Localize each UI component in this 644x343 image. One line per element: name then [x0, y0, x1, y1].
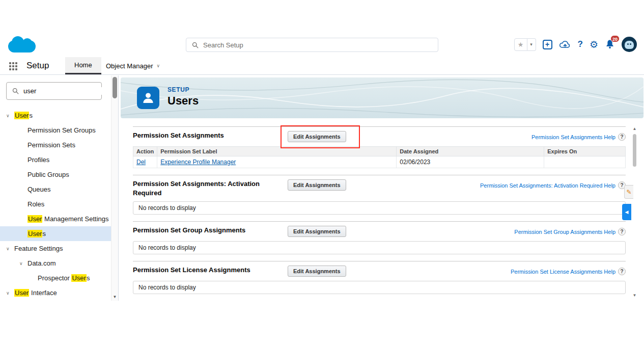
column-header: Permission Set Label [157, 147, 397, 156]
app-name: Setup [26, 61, 49, 71]
scroll-down-icon[interactable]: ▼ [631, 293, 638, 298]
scroll-up-icon[interactable]: ▲ [631, 126, 638, 131]
scroll-down-icon[interactable]: ▼ [111, 295, 118, 299]
main-scrollbar[interactable]: ▲ ▼ [631, 126, 638, 298]
user-avatar[interactable] [622, 37, 637, 52]
sidebar-item-profiles[interactable]: ∨Profiles [0, 152, 111, 167]
sidebar-item-label: Public Groups [27, 171, 69, 178]
edit-pencil-icon[interactable]: ✎ [624, 185, 633, 199]
table-cell: Del [133, 156, 157, 168]
sidebar-item-label: Profiles [27, 156, 49, 164]
banner-texture [121, 77, 643, 118]
search-highlight: User [27, 230, 42, 238]
sidebar-item-users[interactable]: ∨Users [0, 108, 111, 123]
edit-assignments-button[interactable]: Edit Assignments [288, 131, 346, 142]
search-highlight: User [14, 289, 29, 297]
help-link[interactable]: Permission Set Assignments Help [531, 134, 615, 140]
related-list-permission-set-license-assignments: Permission Set License AssignmentsEdit A… [133, 261, 626, 301]
sidebar-item-queues[interactable]: ∨Queues [0, 182, 111, 197]
help-circle-icon[interactable]: ? [618, 228, 626, 235]
search-highlight: User [71, 274, 86, 282]
assignments-table: ActionPermission Set LabelDate AssignedE… [133, 146, 626, 168]
section-header: Permission Set Assignments: Activation R… [133, 179, 626, 197]
sidebar-search-input[interactable] [23, 87, 111, 95]
section-help: Permission Set License Assignments Help? [511, 266, 626, 275]
table-row: DelExperience Profile Manager02/06/2023 [133, 156, 626, 168]
related-list-permission-set-group-assignments: Permission Set Group AssignmentsEdit Ass… [133, 221, 626, 261]
help-circle-icon[interactable]: ? [618, 268, 626, 275]
column-header: Date Assigned [397, 147, 544, 156]
edit-assignments-button[interactable]: Edit Assignments [288, 266, 346, 277]
app-launcher-icon[interactable] [9, 62, 17, 70]
notification-count-badge: 20 [610, 35, 620, 42]
section-title: Permission Set License Assignments [133, 266, 286, 275]
scrollbar-thumb[interactable] [113, 77, 117, 98]
setup-sidebar: ∨Users∨Permission Set Groups∨Permission … [0, 75, 111, 301]
sidebar-item-users[interactable]: ∨Users [0, 226, 111, 241]
search-highlight: User [14, 112, 29, 119]
delete-link[interactable]: Del [136, 159, 146, 166]
tab-home[interactable]: Home [65, 57, 101, 74]
permission-set-link[interactable]: Experience Profile Manager [160, 159, 236, 166]
empty-state: No records to display [133, 241, 626, 254]
tab-object-manager-label: Object Manager [106, 62, 153, 70]
related-lists: Permission Set AssignmentsEdit Assignmen… [133, 126, 626, 301]
tab-object-manager[interactable]: Object Manager ∨ [97, 57, 169, 74]
empty-state: No records to display [133, 281, 626, 294]
setup-nav-bar: Setup Home Object Manager ∨ [0, 57, 644, 75]
sidebar-item-permission-sets[interactable]: ∨Permission Sets [0, 138, 111, 152]
section-header: Permission Set License AssignmentsEdit A… [133, 266, 626, 277]
section-help: Permission Set Assignments: Activation R… [480, 179, 626, 189]
sidebar-item-label: Users [27, 230, 46, 238]
global-header: ★ ▾ + ? ⚙ 20 [0, 32, 644, 57]
sidebar-item-feature-settings[interactable]: ∨Feature Settings [0, 241, 111, 256]
sidebar-item-user-management-settings[interactable]: ∨User Management Settings [0, 212, 111, 226]
left-arrow-icon: ◀ [625, 209, 629, 215]
sidebar-item-label: Prospector Users [38, 274, 90, 282]
sidebar-item-prospector-users[interactable]: ∨Prospector Users [0, 271, 111, 285]
section-help: Permission Set Group Assignments Help? [514, 226, 626, 235]
users-object-icon [137, 87, 159, 109]
related-list-permission-set-assignments-activation-required: Permission Set Assignments: Activation R… [133, 175, 626, 221]
help-link[interactable]: Permission Set Group Assignments Help [514, 229, 615, 235]
sidebar-scrollbar[interactable]: ▼ [111, 75, 118, 301]
sidebar-item-data-com[interactable]: ∨Data.com [0, 256, 111, 271]
column-header: Expires On [544, 147, 626, 156]
table-cell [544, 156, 626, 168]
table-cell: 02/06/2023 [397, 156, 544, 168]
help-question-icon[interactable]: ? [578, 39, 583, 49]
sidebar-item-permission-set-groups[interactable]: ∨Permission Set Groups [0, 123, 111, 138]
section-title: Permission Set Assignments [133, 131, 286, 140]
sidebar-item-public-groups[interactable]: ∨Public Groups [0, 167, 111, 182]
section-title: Permission Set Group Assignments [133, 226, 286, 235]
sidebar-item-user-interface[interactable]: ∨User Interface [0, 285, 111, 300]
quick-create-icon[interactable]: + [543, 40, 552, 49]
sidebar-item-label: Feature Settings [14, 245, 63, 252]
chevron-down-icon[interactable]: ∨ [6, 246, 14, 251]
help-link[interactable]: Permission Set Assignments: Activation R… [480, 182, 615, 189]
sidebar-item-roles[interactable]: ∨Roles [0, 197, 111, 212]
settings-gear-icon[interactable]: ⚙ [590, 40, 598, 49]
scrollbar-thumb[interactable] [633, 134, 636, 167]
edit-assignments-button[interactable]: Edit Assignments [288, 179, 346, 191]
sidebar-item-label: Data.com [27, 259, 56, 267]
deploy-cloud-icon[interactable] [559, 40, 571, 49]
table-cell: Experience Profile Manager [157, 156, 397, 168]
global-search-box [186, 38, 438, 52]
chevron-down-icon[interactable]: ∨ [19, 261, 27, 266]
favorites-caret-icon[interactable]: ▾ [527, 38, 536, 51]
chevron-down-icon[interactable]: ∨ [6, 113, 14, 118]
column-header: Action [133, 147, 157, 156]
favorites-control: ★ ▾ [514, 38, 536, 51]
notifications-bell-icon[interactable]: 20 [605, 39, 615, 49]
side-panel-toggle[interactable]: ◀ [622, 204, 631, 220]
section-help: Permission Set Assignments Help? [531, 131, 626, 141]
setup-search-input[interactable] [203, 41, 432, 49]
help-link[interactable]: Permission Set License Assignments Help [511, 269, 615, 275]
edit-assignments-button[interactable]: Edit Assignments [288, 226, 346, 237]
chevron-down-icon[interactable]: ∨ [6, 291, 14, 296]
favorites-star-icon[interactable]: ★ [514, 38, 527, 51]
salesforce-logo [8, 36, 37, 54]
section-header: Permission Set Group AssignmentsEdit Ass… [133, 226, 626, 237]
help-circle-icon[interactable]: ? [618, 133, 626, 141]
